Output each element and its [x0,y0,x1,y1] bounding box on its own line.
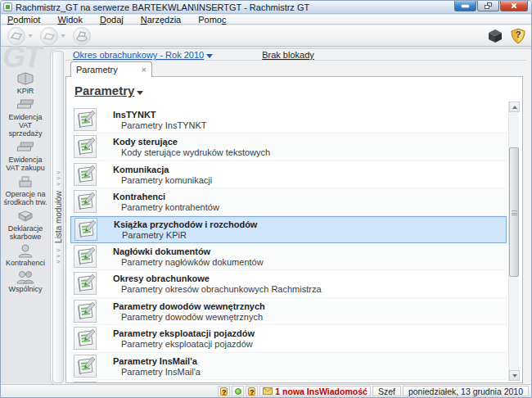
heading-row: Parametry [66,77,522,106]
scrollbar-thumb[interactable] [509,147,519,277]
page-title[interactable]: Parametry [74,84,134,97]
toolbar-right: ? [487,28,526,44]
menu-dodaj[interactable]: Dodaj [100,15,124,25]
parameters-icon [74,245,97,268]
tab-close-icon[interactable]: × [142,66,147,74]
info-bar: Okres obrachunkowy - Rok 2010 Brak bloka… [65,50,526,61]
list-item[interactable]: InsTYNKTParametry InsTYNKT [70,106,507,133]
list-item[interactable]: Parametry InsMail'aParametry InsMail'a [70,353,507,380]
sidebar-item-kpir[interactable]: KPiR [2,71,49,95]
menu-narzedzia[interactable]: Narzędzia [141,15,182,25]
app-icon [3,2,12,11]
ledger-icon [15,71,36,86]
main-area: Okres obrachunkowy - Rok 2010 Brak bloka… [65,49,531,385]
menu-widok[interactable]: Widok [57,15,83,25]
list-item-selected[interactable]: Książka przychodów i rozchodówParametry … [70,216,507,243]
list-item[interactable]: Parametry Rachmistrza [70,380,507,383]
status-assistant-icon[interactable]: ? [246,386,258,396]
chevron-right-icon: > [56,181,61,187]
folder-icon [43,31,56,41]
list-item[interactable]: KomunikacjaParametry komunikacji [70,161,507,188]
print-button[interactable] [73,27,91,45]
cube-icon[interactable] [487,28,503,44]
status-date: poniedziałek, 13 grudnia 2010 [403,386,529,396]
parameters-icon [74,272,97,295]
chevron-down-icon [206,54,213,58]
machine-icon [15,174,36,189]
list-item[interactable]: Okresy obrachunkoweParametry okresów obr… [70,270,507,297]
new-document-dropdown-icon[interactable] [28,34,33,38]
menu-bar: Podmiot Widok Dodaj Narzędzia Pomoc [1,15,531,25]
list-item[interactable]: Kody sterująceKody sterujące wydruków te… [70,133,507,161]
content-panel: Parametry InsTYNKTParametry InsTYNKT Kod… [65,76,523,383]
parameters-icon [74,327,97,350]
lock-status-link[interactable]: Brak blokady [262,50,314,60]
insmail-message[interactable]: 1 nowa InsWiadomość [259,386,371,396]
list-item[interactable]: Parametry eksploatacji pojazdówParametry… [70,325,507,352]
app-window: Rachmistrz_GT na serwerze BARTEKWLAN\INS… [0,0,532,398]
parameters-list: InsTYNKTParametry InsTYNKT Kody sterując… [70,106,507,382]
window-title: Rachmistrz_GT na serwerze BARTEKWLAN\INS… [16,2,309,12]
menu-podmiot[interactable]: Podmiot [7,15,40,25]
open-document-button[interactable] [40,27,58,45]
document-icon [15,209,36,224]
sidebar-item-ewidencja-vat-sprzedazy[interactable]: Ewidencja VAT sprzedaży [2,97,49,138]
parameters-icon [74,382,97,383]
status-help-icon[interactable]: ? [218,386,230,396]
status-online-icon[interactable] [232,386,244,396]
vertical-scrollbar[interactable] [508,102,519,381]
open-document-dropdown-icon[interactable] [61,34,65,38]
chevron-down-icon [137,91,143,95]
person-icon [15,243,36,258]
sidebar-item-deklaracje-skarbowe[interactable]: Deklaracje skarbowe [2,209,49,241]
mail-icon [263,387,273,395]
title-bar: Rachmistrz_GT na serwerze BARTEKWLAN\INS… [1,1,531,14]
minimize-button[interactable] [454,1,476,11]
gt-watermark: GT [2,40,40,75]
sidebar-item-kontrahenci[interactable]: Kontrahenci [2,243,49,267]
sidebar-item-wspolnicy[interactable]: Wspólnicy [2,269,49,293]
module-list-strip[interactable]: > > > Lista modułów > > > [52,51,64,383]
list-item[interactable]: Nagłówki dokumentówParametry nagłówków d… [70,243,507,270]
sidebar-item-operacje-srodki-trwale[interactable]: Operacje na środkach trw. [2,174,49,206]
close-button[interactable] [500,1,528,11]
parameters-icon [74,135,97,158]
parameters-icon [74,300,97,323]
workspace: GT KPiR Ewidencja VAT sprzedaży Ewidencj… [1,47,531,386]
scroll-down-button[interactable] [509,370,520,381]
people-icon [15,269,36,284]
parameters-icon [74,108,97,131]
parameters-icon [74,163,97,186]
sidebar-item-ewidencja-vat-zakupu[interactable]: Ewidencja VAT zakupu [2,140,49,172]
accounting-period-link[interactable]: Okres obrachunkowy - Rok 2010 [73,50,213,60]
chevron-right-icon: > [56,259,61,265]
scroll-up-button[interactable] [509,102,520,112]
books-icon [15,97,36,112]
toolbar: ? [1,25,531,47]
restore-button[interactable] [477,1,499,11]
tab-strip: Parametry × [65,61,531,76]
status-bar: ? ? 1 nowa InsWiadomość Szef poniedziałe… [1,384,531,397]
books-icon [15,140,36,155]
grip-icon [512,210,517,215]
list-item[interactable]: Parametry dowodów wewnętrznychParametry … [70,298,507,325]
module-sidebar: KPiR Ewidencja VAT sprzedaży Ewidencja V… [1,71,50,293]
help-shield-icon[interactable]: ? [510,28,526,44]
list-item[interactable]: KontrahenciParametry kontrahentów [70,188,507,215]
parameters-icon [74,190,97,213]
main-container: > > > Lista modułów > > > Okres obrachun… [50,48,531,386]
module-list-label: Lista modułów [54,191,63,243]
current-user: Szef [372,386,401,396]
menu-pomoc[interactable]: Pomoc [198,15,226,25]
arrow-up-icon [512,106,517,109]
arrow-down-icon [512,374,517,378]
tab-parametry[interactable]: Parametry × [70,61,152,77]
parameters-icon [74,355,97,378]
printer-icon [75,30,88,42]
parameters-icon [74,218,97,241]
window-controls [454,1,528,11]
